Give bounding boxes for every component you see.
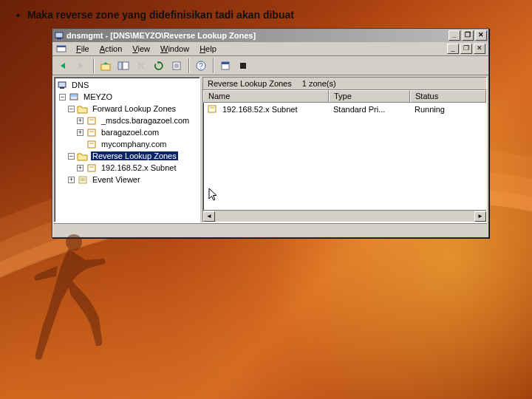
bullet-text: Maka reverse zone yang didefinisikan tad… bbox=[27, 9, 294, 21]
column-type[interactable]: Type bbox=[329, 90, 410, 103]
console-tree[interactable]: DNS − MEYZO − Forward Lookup Zones bbox=[54, 77, 200, 222]
menu-view[interactable]: View bbox=[128, 44, 154, 54]
expander-minus-icon[interactable]: − bbox=[68, 106, 75, 112]
tree-label: MEYZO bbox=[82, 92, 114, 101]
expander-minus-icon[interactable]: − bbox=[59, 94, 66, 100]
mdi-close-button[interactable]: ✕ bbox=[474, 44, 485, 54]
tree-zone-item[interactable]: mycomphany.com bbox=[55, 138, 200, 150]
mdi-restore-button[interactable]: ❐ bbox=[460, 44, 472, 54]
tree-event-viewer[interactable]: + Event Viewer bbox=[55, 174, 200, 185]
help-icon[interactable]: ? bbox=[193, 58, 209, 74]
minimize-button[interactable]: _ bbox=[449, 30, 460, 41]
window-title: dnsmgmt - [DNS\MEYZO\Reverse Lookup Zone… bbox=[66, 31, 449, 40]
column-status[interactable]: Status bbox=[410, 90, 486, 103]
properties-icon[interactable] bbox=[217, 58, 233, 74]
tree-label-selected: Reverse Lookup Zones bbox=[91, 151, 178, 160]
list-header-count: 1 zone(s) bbox=[302, 79, 336, 88]
row-name: 192.168.52.x Subnet bbox=[222, 105, 298, 114]
column-name[interactable]: Name bbox=[203, 90, 329, 103]
horizontal-scrollbar[interactable]: ◄ ► bbox=[203, 210, 486, 222]
tree-label: Event Viewer bbox=[91, 175, 142, 184]
tree-zone-item[interactable]: + baragazoel.com bbox=[55, 126, 200, 138]
show-hide-tree-icon[interactable] bbox=[115, 58, 132, 74]
svg-rect-6 bbox=[123, 62, 129, 69]
svg-rect-27 bbox=[89, 166, 94, 168]
up-icon[interactable] bbox=[98, 58, 114, 74]
forward-icon[interactable] bbox=[73, 58, 89, 74]
menu-action[interactable]: Action bbox=[95, 44, 127, 54]
zone-icon bbox=[86, 162, 98, 174]
svg-rect-0 bbox=[55, 33, 63, 38]
svg-rect-32 bbox=[210, 107, 214, 109]
svg-rect-17 bbox=[60, 87, 64, 89]
event-viewer-icon bbox=[77, 174, 89, 185]
mdi-minimize-button[interactable]: _ bbox=[447, 44, 459, 54]
column-headers: Name Type Status bbox=[203, 90, 486, 103]
tree-forward-zones[interactable]: − Forward Lookup Zones bbox=[55, 103, 200, 115]
svg-rect-19 bbox=[71, 95, 77, 97]
tree-server[interactable]: − MEYZO bbox=[55, 91, 200, 103]
svg-text:?: ? bbox=[199, 62, 203, 70]
tree-root-dns[interactable]: DNS bbox=[55, 79, 200, 91]
menu-window[interactable]: Window bbox=[156, 44, 194, 54]
svg-rect-24 bbox=[88, 141, 95, 148]
list-pane: Reverse Lookup Zones 1 zone(s) Name Type… bbox=[202, 77, 487, 222]
tree-reverse-zones[interactable]: − Reverse Lookup Zones bbox=[55, 150, 200, 162]
scroll-left-icon[interactable]: ◄ bbox=[203, 211, 215, 222]
svg-rect-26 bbox=[88, 165, 95, 171]
svg-rect-5 bbox=[118, 62, 122, 69]
expander-minus-icon[interactable]: − bbox=[68, 153, 75, 160]
svg-rect-31 bbox=[208, 106, 216, 112]
list-row[interactable]: 192.168.52.x Subnet Standard Pri... Runn… bbox=[203, 103, 486, 115]
expander-plus-icon[interactable]: + bbox=[77, 129, 83, 136]
svg-rect-21 bbox=[89, 119, 94, 120]
svg-rect-15 bbox=[240, 63, 246, 69]
stop-dns-icon[interactable] bbox=[235, 58, 251, 74]
svg-rect-25 bbox=[89, 143, 94, 144]
toolbar: ? bbox=[52, 56, 488, 75]
svg-rect-23 bbox=[89, 131, 94, 132]
slide-bullet: • Maka reverse zone yang didefinisikan t… bbox=[16, 9, 294, 22]
folder-open-icon bbox=[77, 150, 89, 162]
svg-rect-16 bbox=[58, 82, 66, 87]
close-button[interactable]: ✕ bbox=[475, 30, 487, 41]
tree-zone-item[interactable]: + 192.168.52.x Subnet bbox=[55, 162, 200, 174]
row-type: Standard Pri... bbox=[329, 105, 410, 114]
menu-help[interactable]: Help bbox=[195, 44, 221, 54]
statusbar bbox=[54, 222, 487, 236]
tree-label: _msdcs.baragazoel.com bbox=[100, 116, 191, 125]
refresh-icon[interactable] bbox=[151, 58, 167, 74]
menu-file[interactable]: File bbox=[72, 44, 94, 54]
svg-rect-22 bbox=[88, 129, 95, 136]
svg-rect-4 bbox=[101, 64, 110, 70]
expander-plus-icon[interactable]: + bbox=[77, 165, 83, 171]
svg-rect-1 bbox=[57, 38, 61, 39]
expander-plus-icon[interactable]: + bbox=[68, 177, 75, 183]
back-icon[interactable] bbox=[55, 58, 72, 74]
zone-icon bbox=[206, 103, 218, 115]
menubar: File Action View Window Help _ ❐ ✕ bbox=[52, 42, 488, 56]
maximize-button[interactable]: ❐ bbox=[462, 30, 474, 41]
scroll-right-icon[interactable]: ► bbox=[474, 211, 486, 222]
mmc-system-icon[interactable] bbox=[55, 43, 67, 55]
zone-icon bbox=[86, 126, 98, 138]
zone-icon bbox=[86, 138, 98, 150]
bullet-marker: • bbox=[16, 9, 20, 22]
expander-plus-icon[interactable]: + bbox=[77, 117, 83, 124]
tree-label: baragazoel.com bbox=[100, 128, 160, 137]
titlebar[interactable]: dnsmgmt - [DNS\MEYZO\Reverse Lookup Zone… bbox=[52, 29, 488, 42]
svg-point-33 bbox=[66, 234, 82, 250]
delete-icon[interactable] bbox=[133, 58, 149, 74]
folder-open-icon bbox=[77, 103, 89, 115]
row-status: Running bbox=[410, 105, 486, 114]
dns-root-icon bbox=[56, 79, 68, 91]
tree-label: mycomphany.com bbox=[100, 140, 168, 149]
list-header-title: Reverse Lookup Zones bbox=[208, 79, 292, 88]
list-rows[interactable]: 192.168.52.x Subnet Standard Pri... Runn… bbox=[203, 103, 486, 210]
export-list-icon[interactable] bbox=[168, 58, 185, 74]
tree-label: 192.168.52.x Subnet bbox=[100, 163, 178, 172]
tree-label: DNS bbox=[70, 81, 90, 89]
svg-rect-20 bbox=[88, 117, 95, 124]
runner-silhouette-icon bbox=[28, 229, 109, 362]
tree-zone-item[interactable]: + _msdcs.baragazoel.com bbox=[55, 115, 200, 126]
